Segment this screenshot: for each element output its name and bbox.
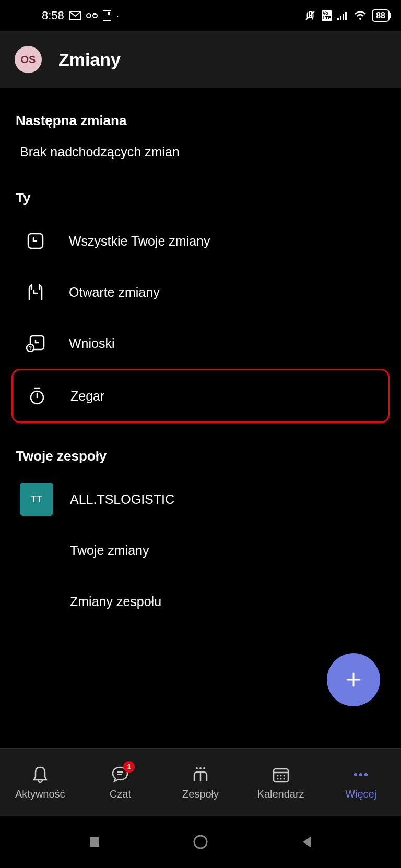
gmail-icon bbox=[69, 11, 81, 20]
nav-label: Kalendarz bbox=[257, 788, 304, 800]
svg-rect-9 bbox=[343, 14, 344, 20]
svg-point-35 bbox=[354, 773, 357, 776]
nav-label: Więcej bbox=[345, 788, 376, 800]
svg-point-1 bbox=[87, 14, 91, 18]
you-section-title: Ty bbox=[0, 165, 401, 215]
content: Następna zmiana Brak nadchodzących zmian… bbox=[0, 88, 401, 627]
svg-point-37 bbox=[364, 773, 368, 776]
list-item-label: Zegar bbox=[70, 389, 104, 404]
next-shift-title: Następna zmiana bbox=[0, 88, 401, 138]
nav-activity[interactable]: Aktywność bbox=[0, 749, 80, 816]
open-shift-icon bbox=[26, 284, 45, 300]
teams-section-title: Twoje zespoły bbox=[0, 423, 401, 474]
svg-point-33 bbox=[280, 778, 281, 780]
plus-icon bbox=[344, 670, 363, 689]
svg-point-11 bbox=[359, 18, 361, 20]
vibrate-icon bbox=[304, 10, 316, 21]
requests-item[interactable]: ? Wnioski bbox=[0, 318, 401, 369]
volte-icon: VoLTE bbox=[322, 10, 332, 21]
svg-rect-5 bbox=[108, 12, 110, 15]
list-item-label: Wnioski bbox=[69, 336, 115, 351]
list-item-label: Zmiany zespołu bbox=[70, 594, 161, 609]
team-your-shifts-item[interactable]: Twoje zmiany bbox=[0, 525, 401, 576]
svg-rect-8 bbox=[340, 16, 341, 20]
svg-rect-38 bbox=[90, 837, 99, 847]
svg-point-39 bbox=[194, 836, 207, 848]
more-icon bbox=[352, 772, 370, 777]
page-title: Zmiany bbox=[58, 50, 121, 70]
list-item-label: Wszystkie Twoje zmiany bbox=[69, 234, 210, 249]
nav-label: Aktywność bbox=[15, 788, 65, 800]
status-left: 8:58 · bbox=[42, 9, 119, 22]
list-item-label: Twoje zmiany bbox=[70, 543, 149, 558]
app-header: OS Zmiany bbox=[0, 31, 401, 88]
clock-item-highlight: Zegar bbox=[11, 369, 390, 423]
calendar-icon bbox=[26, 233, 45, 249]
recent-apps-button[interactable] bbox=[84, 831, 105, 852]
svg-point-31 bbox=[283, 775, 285, 777]
svg-point-23 bbox=[196, 767, 198, 769]
bottom-nav: Aktywność 1 Czat Zespoły Kalendarz Więce… bbox=[0, 748, 401, 816]
svg-rect-4 bbox=[103, 10, 111, 21]
signal-icon bbox=[337, 11, 349, 20]
stopwatch-icon bbox=[28, 387, 46, 405]
clock-item[interactable]: Zegar bbox=[13, 370, 388, 421]
add-button[interactable] bbox=[327, 653, 380, 706]
svg-point-32 bbox=[277, 778, 278, 780]
battery-icon: 88 bbox=[372, 9, 390, 22]
wifi-icon bbox=[354, 11, 367, 20]
svg-point-29 bbox=[277, 775, 278, 777]
team-avatar: TT bbox=[20, 483, 53, 516]
back-button[interactable] bbox=[296, 831, 317, 852]
svg-rect-10 bbox=[345, 12, 347, 20]
status-right: VoLTE 88 bbox=[304, 9, 390, 22]
sim-icon bbox=[103, 10, 111, 21]
svg-point-30 bbox=[280, 775, 281, 777]
svg-rect-3 bbox=[93, 13, 96, 15]
home-button[interactable] bbox=[190, 831, 211, 852]
team-item[interactable]: TT ALL.TSLOGISTIC bbox=[0, 474, 401, 525]
battery-level: 88 bbox=[376, 11, 385, 20]
team-shifts-item[interactable]: Zmiany zespołu bbox=[0, 576, 401, 627]
nav-calendar[interactable]: Kalendarz bbox=[241, 749, 321, 816]
avatar[interactable]: OS bbox=[15, 46, 42, 73]
all-your-shifts-item[interactable]: Wszystkie Twoje zmiany bbox=[0, 215, 401, 267]
svg-point-25 bbox=[203, 767, 205, 769]
svg-point-24 bbox=[199, 767, 202, 769]
nav-label: Zespoły bbox=[182, 788, 219, 800]
status-time: 8:58 bbox=[42, 9, 64, 22]
team-name: ALL.TSLOGISTIC bbox=[70, 492, 174, 507]
svg-point-36 bbox=[359, 773, 362, 776]
teams-icon bbox=[190, 766, 211, 783]
status-dot: · bbox=[116, 10, 119, 21]
nav-chat[interactable]: 1 Czat bbox=[80, 749, 161, 816]
nav-teams[interactable]: Zespoły bbox=[160, 749, 241, 816]
chat-badge: 1 bbox=[123, 761, 135, 773]
svg-point-34 bbox=[283, 778, 285, 780]
system-nav bbox=[0, 816, 401, 868]
avatar-initials: OS bbox=[21, 54, 36, 66]
nav-label: Czat bbox=[110, 788, 131, 800]
requests-icon: ? bbox=[26, 335, 45, 352]
voicemail-icon bbox=[86, 12, 98, 19]
list-item-label: Otwarte zmiany bbox=[69, 285, 160, 300]
svg-rect-7 bbox=[337, 18, 339, 20]
nav-more[interactable]: Więcej bbox=[321, 749, 401, 816]
bell-icon bbox=[31, 765, 49, 784]
svg-text:?: ? bbox=[29, 345, 32, 351]
open-shifts-item[interactable]: Otwarte zmiany bbox=[0, 267, 401, 318]
calendar-nav-icon bbox=[272, 766, 290, 783]
next-shift-message: Brak nadchodzących zmian bbox=[0, 138, 401, 165]
team-initials: TT bbox=[31, 494, 42, 505]
status-bar: 8:58 · VoLTE 88 bbox=[0, 0, 401, 31]
